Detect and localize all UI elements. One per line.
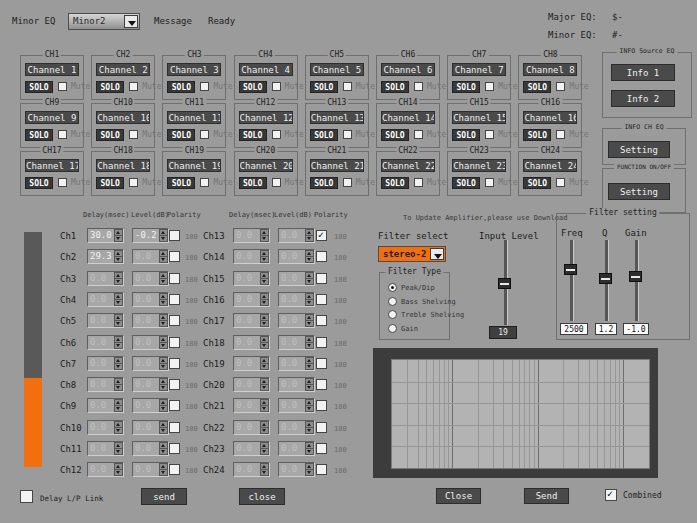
solo-button[interactable]: SOLO	[310, 129, 338, 141]
polarity-checkbox[interactable]	[169, 230, 180, 241]
spin-down-icon[interactable]	[305, 342, 314, 349]
channel-name-button[interactable]: Channel 6	[381, 63, 435, 76]
channel-name-button[interactable]: Channel 19	[167, 159, 221, 172]
solo-button[interactable]: SOLO	[239, 129, 267, 141]
spin-down-icon[interactable]	[114, 363, 123, 370]
channel-name-button[interactable]: Channel 8	[523, 63, 577, 76]
spin-down-icon[interactable]	[114, 469, 123, 476]
channel-name-button[interactable]: Channel 11	[167, 111, 221, 124]
delay-spinner[interactable]: 0.0	[233, 271, 270, 286]
solo-button[interactable]: SOLO	[523, 129, 551, 141]
polarity-checkbox[interactable]	[169, 315, 180, 326]
panel-button-info-1[interactable]: Info 1	[611, 64, 675, 81]
solo-button[interactable]: SOLO	[167, 177, 195, 189]
spin-down-icon[interactable]	[114, 235, 123, 242]
mute-checkbox[interactable]	[414, 178, 423, 187]
mute-checkbox[interactable]	[272, 82, 281, 91]
delay-spinner[interactable]: 0.0	[233, 313, 270, 328]
delay-link-checkbox[interactable]	[20, 490, 33, 503]
spin-down-icon[interactable]	[305, 469, 314, 476]
spin-down-icon[interactable]	[305, 235, 314, 242]
solo-button[interactable]: SOLO	[381, 81, 409, 93]
channel-name-button[interactable]: Channel 14	[381, 111, 435, 124]
level-spinner[interactable]: 0.0	[278, 462, 315, 477]
spin-down-icon[interactable]	[114, 320, 123, 327]
delay-spinner[interactable]: 0.0	[87, 356, 124, 371]
solo-button[interactable]: SOLO	[523, 177, 551, 189]
delay-spinner[interactable]: 0.0	[233, 441, 270, 456]
mute-checkbox[interactable]	[200, 130, 209, 139]
level-spinner[interactable]: 0.0	[278, 356, 315, 371]
polarity-checkbox[interactable]	[316, 315, 327, 326]
delay-spinner[interactable]: 0.0	[233, 335, 270, 350]
spin-down-icon[interactable]	[260, 235, 269, 242]
channel-name-button[interactable]: Channel 12	[239, 111, 293, 124]
spin-down-icon[interactable]	[305, 384, 314, 391]
spin-down-icon[interactable]	[159, 299, 168, 306]
spin-down-icon[interactable]	[305, 405, 314, 412]
spin-down-icon[interactable]	[159, 405, 168, 412]
slider-q-thumb[interactable]	[599, 273, 612, 284]
solo-button[interactable]: SOLO	[25, 81, 53, 93]
spin-down-icon[interactable]	[159, 342, 168, 349]
level-spinner[interactable]: 0.0	[132, 441, 169, 456]
channel-name-button[interactable]: Channel 9	[25, 111, 79, 124]
polarity-checkbox[interactable]	[169, 273, 180, 284]
spin-down-icon[interactable]	[114, 299, 123, 306]
level-spinner[interactable]: 0.0	[132, 377, 169, 392]
delay-spinner[interactable]: 0.0	[87, 313, 124, 328]
spin-down-icon[interactable]	[260, 342, 269, 349]
mute-checkbox[interactable]	[200, 178, 209, 187]
spin-down-icon[interactable]	[159, 320, 168, 327]
solo-button[interactable]: SOLO	[96, 129, 124, 141]
solo-button[interactable]: SOLO	[167, 81, 195, 93]
spin-down-icon[interactable]	[260, 299, 269, 306]
level-spinner[interactable]: 0.0	[278, 441, 315, 456]
solo-button[interactable]: SOLO	[310, 81, 338, 93]
spin-down-icon[interactable]	[114, 384, 123, 391]
channel-name-button[interactable]: Channel 21	[310, 159, 364, 172]
spin-down-icon[interactable]	[260, 256, 269, 263]
filter-type-radio-2[interactable]	[388, 297, 397, 306]
dropdown-arrow-icon[interactable]	[124, 15, 138, 28]
solo-button[interactable]: SOLO	[452, 81, 480, 93]
level-spinner[interactable]: 0.0	[132, 462, 169, 477]
spin-down-icon[interactable]	[114, 278, 123, 285]
spin-down-icon[interactable]	[260, 384, 269, 391]
polarity-checkbox[interactable]	[316, 294, 327, 305]
spin-down-icon[interactable]	[114, 405, 123, 412]
level-spinner[interactable]: 0.0	[278, 313, 315, 328]
channel-name-button[interactable]: Channel 2	[96, 63, 150, 76]
level-spinner[interactable]: 0.0	[132, 420, 169, 435]
delay-spinner[interactable]: 0.0	[87, 398, 124, 413]
delay-spinner[interactable]: 0.0	[233, 249, 270, 264]
polarity-checkbox[interactable]	[316, 443, 327, 454]
delay-spinner[interactable]: 0.0	[233, 356, 270, 371]
spin-down-icon[interactable]	[159, 235, 168, 242]
solo-button[interactable]: SOLO	[25, 129, 53, 141]
mute-checkbox[interactable]	[556, 82, 565, 91]
delay-spinner[interactable]: 30.0	[87, 228, 124, 243]
delay-spinner[interactable]: 0.0	[87, 420, 124, 435]
combined-checkbox[interactable]	[605, 489, 617, 501]
spin-down-icon[interactable]	[305, 363, 314, 370]
spin-down-icon[interactable]	[159, 256, 168, 263]
spin-down-icon[interactable]	[305, 448, 314, 455]
close-button-lower[interactable]: close	[239, 488, 285, 505]
polarity-checkbox[interactable]	[169, 337, 180, 348]
send-button[interactable]: Send	[524, 488, 569, 504]
panel-button-info-2[interactable]: Info 2	[611, 90, 675, 107]
spin-down-icon[interactable]	[305, 278, 314, 285]
level-spinner[interactable]: 0.0	[132, 398, 169, 413]
level-spinner[interactable]: 0.0	[278, 420, 315, 435]
close-button[interactable]: Close	[436, 488, 481, 504]
solo-button[interactable]: SOLO	[452, 129, 480, 141]
delay-spinner[interactable]: 0.0	[87, 271, 124, 286]
channel-name-button[interactable]: Channel 10	[96, 111, 150, 124]
channel-name-button[interactable]: Channel 23	[452, 159, 506, 172]
level-spinner[interactable]: 0.0	[132, 292, 169, 307]
polarity-checkbox[interactable]	[169, 251, 180, 262]
delay-spinner[interactable]: 0.0	[87, 335, 124, 350]
spin-down-icon[interactable]	[305, 256, 314, 263]
panel-button-setting[interactable]: Setting	[608, 183, 670, 200]
